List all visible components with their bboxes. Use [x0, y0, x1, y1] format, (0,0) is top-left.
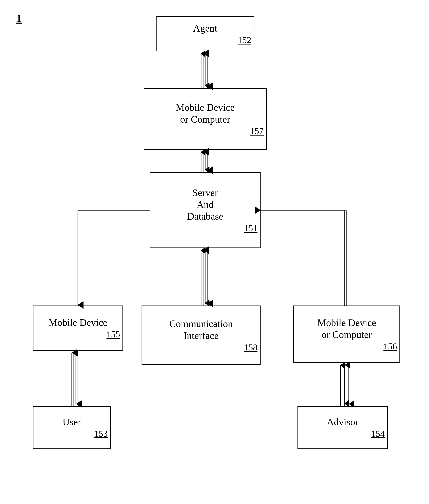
mobile-device-left-box: Mobile Device 155: [33, 305, 123, 351]
diagram: 1: [0, 0, 429, 504]
user-label: User: [63, 416, 81, 428]
mobile-device-left-label: Mobile Device: [49, 317, 107, 329]
agent-label: Agent: [193, 22, 217, 34]
mobile-computer-top-label: Mobile Deviceor Computer: [176, 102, 235, 125]
user-box: User 153: [33, 406, 111, 449]
server-database-number: 151: [244, 223, 260, 234]
server-database-box: ServerAndDatabase 151: [150, 172, 260, 248]
mobile-computer-top-box: Mobile Deviceor Computer 157: [144, 88, 267, 150]
mobile-computer-right-label: Mobile Deviceor Computer: [317, 317, 376, 340]
agent-number: 152: [238, 35, 254, 45]
agent-box: Agent 152: [156, 17, 254, 51]
figure-number: 1: [16, 12, 22, 24]
server-database-label: ServerAndDatabase: [187, 187, 223, 222]
mobile-computer-top-number: 157: [250, 126, 266, 136]
mobile-device-left-number: 155: [107, 329, 123, 339]
communication-interface-number: 158: [244, 342, 260, 353]
mobile-computer-right-box: Mobile Deviceor Computer 156: [293, 305, 400, 363]
communication-interface-box: CommunicationInterface 158: [142, 305, 260, 365]
advisor-box: Advisor 154: [297, 406, 388, 449]
advisor-label: Advisor: [327, 416, 359, 428]
advisor-number: 154: [371, 428, 387, 439]
mobile-computer-right-number: 156: [384, 341, 400, 352]
user-number: 153: [94, 428, 110, 439]
communication-interface-label: CommunicationInterface: [169, 318, 233, 341]
